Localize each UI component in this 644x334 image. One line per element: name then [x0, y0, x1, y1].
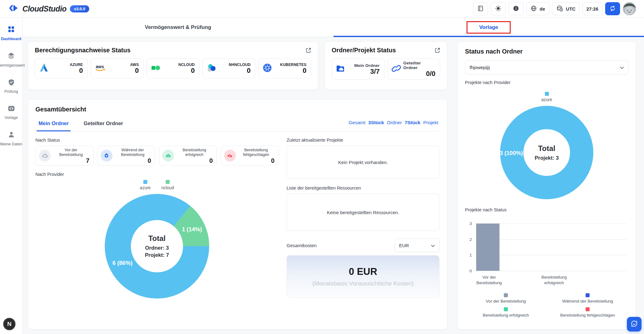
- dev-indicator-button[interactable]: N: [3, 318, 16, 330]
- session-timer[interactable]: 27:26: [582, 2, 602, 15]
- open-credentials-button[interactable]: [303, 46, 313, 56]
- status-by-folder-card: Status nach Ordner fhjowepijij Projekte …: [457, 41, 636, 330]
- legend-item-bereitstellung-erfolgreich: Bereitstellung erfolgreich: [465, 307, 547, 318]
- topbar-actions: de UTC 27:26: [473, 2, 636, 15]
- ncloud-icon: [151, 63, 161, 74]
- recent-projects-empty-box: Kein Projekt vorhanden.: [287, 146, 439, 179]
- provider-count: 0: [135, 67, 139, 74]
- user-avatar[interactable]: [623, 2, 636, 15]
- globe-icon: [530, 5, 537, 13]
- sidebar-item-vorlage[interactable]: Vorlage: [0, 105, 22, 120]
- folder-tile-value: 3/7: [370, 68, 380, 75]
- shared-folder-tile: Geteilter Ordner 0/0: [388, 59, 440, 80]
- resources-empty-box: Keine bereitgestellten Ressourcen.: [287, 194, 439, 231]
- ncloud-legend-swatch: [166, 180, 170, 184]
- legend-item-ncloud: ncloud: [161, 180, 174, 190]
- tab-vorlage[interactable]: Vorlage: [334, 18, 644, 37]
- currency-value: EUR: [399, 243, 409, 248]
- card-title: Berechtigungsnachweise Status: [35, 47, 311, 54]
- tab-label: Mein Ordner: [39, 120, 69, 126]
- card-title: Ordner/Projekt Status: [332, 47, 440, 54]
- cloud-upload-icon: [101, 150, 113, 162]
- donut-total-title: Total: [538, 144, 555, 153]
- refresh-button[interactable]: [605, 2, 620, 15]
- code-badge-icon: [7, 105, 15, 114]
- provider-name: AZURE: [70, 63, 83, 67]
- refresh-icon: [609, 5, 616, 13]
- tab-label: Vorlage: [479, 24, 498, 31]
- shield-check-icon: [7, 78, 15, 88]
- tab-label: Geteilter Ordner: [84, 120, 123, 126]
- projects-by-provider-label: Projekte nach Provider: [465, 80, 628, 85]
- info-button[interactable]: [508, 2, 523, 15]
- topbar: CloudStudio v3.0.0: [0, 0, 644, 18]
- docs-button[interactable]: [473, 2, 488, 15]
- timezone-button[interactable]: UTC: [552, 2, 580, 15]
- provider-count: 0: [191, 67, 195, 74]
- status-tile-value: 7: [53, 158, 90, 164]
- provider-count: 0: [247, 67, 251, 74]
- legend-label: azure: [140, 185, 151, 190]
- tab-vermoegenswert-pruefung[interactable]: Vermögenswert & Prüfung: [23, 18, 334, 37]
- overview-summary-link[interactable]: Gesamt 3Stück Ordner 7Stück Projekt: [349, 120, 438, 128]
- sidebar-item-pruefung[interactable]: Prüfung: [0, 78, 22, 94]
- cost-amount: 0 EUR: [349, 266, 377, 277]
- tab-label: Vermögenswert & Prüfung: [145, 24, 211, 31]
- currency-select[interactable]: EUR: [394, 238, 439, 252]
- gridline: [476, 271, 627, 271]
- status-tile-label: Bereitstellung fehlgeschlagen: [238, 148, 275, 157]
- ai-chat-button[interactable]: [627, 317, 642, 332]
- folder-select[interactable]: fhjowepijij: [465, 60, 628, 74]
- brand-logo[interactable]: CloudStudio v3.0.0: [9, 4, 89, 14]
- sidebar-item-label: Prüfung: [4, 89, 18, 94]
- card-title: Status nach Ordner: [465, 48, 628, 55]
- open-folders-button[interactable]: [432, 46, 442, 56]
- legend-label: Bereitstellung erfolgreich: [483, 313, 529, 318]
- donut-center-line: Projekt: 7: [145, 252, 169, 258]
- y-axis-tick: 0: [469, 269, 472, 273]
- overview-tab-mein-ordner[interactable]: Mein Ordner: [37, 117, 71, 131]
- status-tile-vor-der-bereitstellung: Vor der Bereitstellung 7: [35, 146, 94, 166]
- status-tile-label: Während der Bereitstellung: [114, 148, 151, 157]
- legend-label: Bereitstellung fehlgeschlagen: [560, 313, 615, 318]
- legend-item-waehrend-der-bereitstellung: Während der Bereitstellung: [547, 293, 628, 303]
- sidebar: Dashboard Vermögenswert Prüfung: [0, 18, 23, 334]
- chevron-down-icon: [431, 243, 435, 248]
- folder-donut-legend: azure: [465, 92, 628, 102]
- sidebar-item-vermoegenswert[interactable]: Vermögenswert: [0, 52, 22, 68]
- cost-note: (Monatsbasis Voraussichtliche Kosten): [312, 280, 414, 287]
- provider-count: 0: [79, 67, 83, 74]
- y-axis-tick: 2: [469, 237, 472, 242]
- n-label: N: [7, 321, 12, 327]
- overview-tab-geteilter-ordner[interactable]: Geteilter Ordner: [82, 117, 125, 131]
- folder-provider-donut-chart: 3 (100%) Total Projekt: 3: [500, 106, 593, 199]
- projects-by-status-label: Projekte nach Status: [465, 207, 628, 212]
- main-area: Vermögenswert & Prüfung Vorlage Berechti…: [23, 18, 644, 334]
- summary-part: 3Stück: [368, 120, 384, 125]
- layers-icon: [7, 52, 15, 61]
- summary-part: 7Stück: [405, 120, 421, 125]
- projects-by-status-bar-chart: 3 2 1 0: [476, 223, 627, 271]
- language-button[interactable]: de: [526, 2, 549, 15]
- theme-toggle-button[interactable]: [491, 2, 506, 15]
- y-axis-tick: 3: [469, 221, 472, 226]
- sidebar-item-dashboard[interactable]: Dashboard: [0, 25, 22, 41]
- aws-icon: aws: [95, 63, 107, 74]
- status-tile-value: 0: [114, 158, 151, 164]
- cloudstudio-dashboard: CloudStudio v3.0.0: [0, 0, 644, 334]
- overview-card: Gesamtübersicht Mein Ordner Geteilter Or…: [28, 99, 447, 330]
- status-tile-waehrend-der-bereitstellung: Während der Bereitstellung 0: [97, 146, 155, 166]
- green-legend-swatch: [504, 307, 508, 311]
- empty-text: Keine bereitgestellten Ressourcen.: [327, 210, 399, 215]
- sidebar-item-meine-daten[interactable]: Meine Daten: [0, 131, 22, 147]
- y-axis-tick: 1: [469, 253, 472, 257]
- cloud-check-icon: [162, 150, 174, 162]
- card-title: Gesamtübersicht: [35, 106, 439, 113]
- provider-name: NHNCLOUD: [229, 63, 251, 67]
- cloud-slash-icon: [224, 150, 236, 162]
- status-tile-value: 0: [176, 158, 213, 164]
- link-icon: [392, 64, 401, 74]
- status-tile-bereitstellung-fehlgeschlagen: Bereitstellung fehlgeschlagen 0: [221, 146, 279, 166]
- provider-name: AWS: [130, 63, 139, 67]
- legend-item-azure: azure: [140, 180, 151, 190]
